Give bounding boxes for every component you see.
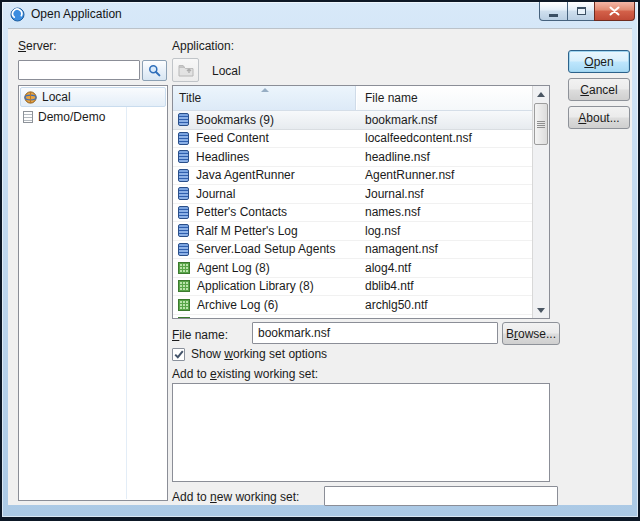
window-controls: [539, 2, 635, 21]
server-label: Server:: [18, 39, 57, 53]
folder-up-button[interactable]: [172, 58, 199, 82]
table-row[interactable]: Petter's Contacts names.nsf: [173, 204, 533, 223]
file-name-input[interactable]: [252, 322, 498, 344]
scroll-up-icon: [537, 92, 545, 97]
server-item-demo[interactable]: Demo/Demo: [20, 107, 166, 127]
server-item-local[interactable]: Local: [20, 87, 166, 107]
database-icon: [178, 224, 189, 237]
table-row[interactable]: Autosave autosave.ntf: [173, 315, 533, 319]
window-title: Open Application: [31, 7, 122, 21]
table-row[interactable]: Headlines headline.nsf: [173, 148, 533, 167]
close-icon: [609, 6, 620, 16]
close-button[interactable]: [594, 2, 635, 21]
minimize-icon: [549, 14, 558, 17]
database-icon: [178, 113, 189, 126]
server-doc-icon: [23, 111, 33, 123]
window: Open Application Server:: [0, 0, 640, 521]
dialog-client-area: Server: Local Demo/Demo: [8, 28, 632, 505]
table-row[interactable]: Server.Load Setup Agents namagent.nsf: [173, 241, 533, 260]
database-icon: [178, 150, 189, 163]
database-icon: [178, 206, 189, 219]
notes-app-icon: [10, 7, 25, 22]
scrollbar-thumb[interactable]: [534, 103, 548, 145]
application-location: Local: [212, 64, 241, 78]
minimize-button[interactable]: [539, 2, 568, 21]
existing-working-set-label: Add to existing working set:: [172, 367, 318, 381]
database-icon: [178, 169, 189, 182]
template-icon: [178, 317, 190, 318]
table-body: Bookmarks (9) bookmark.nsf Feed Content …: [173, 111, 533, 318]
sort-ascending-icon: [261, 88, 269, 92]
database-icon: [178, 132, 189, 145]
server-list[interactable]: Local Demo/Demo: [18, 85, 168, 501]
table-scrollbar[interactable]: [532, 86, 549, 318]
table-row[interactable]: Agent Log (8) alog4.ntf: [173, 259, 533, 278]
browse-button[interactable]: Browse...: [502, 322, 560, 345]
maximize-button[interactable]: [567, 2, 595, 21]
show-working-set-checkbox[interactable]: [172, 348, 185, 361]
application-table[interactable]: Title File name Bookmarks (9) bookmark.n…: [172, 85, 550, 319]
existing-working-set-list[interactable]: [172, 383, 550, 482]
new-working-set-label: Add to new working set:: [172, 490, 299, 504]
table-row[interactable]: Application Library (8) dblib4.ntf: [173, 278, 533, 297]
column-header-title[interactable]: Title: [173, 86, 356, 110]
show-working-set-label: Show working set options: [191, 347, 327, 361]
template-icon: [178, 262, 190, 274]
scroll-up-button[interactable]: [533, 86, 549, 102]
template-icon: [178, 280, 190, 292]
maximize-icon: [577, 7, 586, 15]
open-button[interactable]: Open: [568, 50, 630, 73]
server-item-label: Demo/Demo: [38, 110, 105, 124]
table-row[interactable]: Java AgentRunner AgentRunner.nsf: [173, 167, 533, 186]
table-row[interactable]: Feed Content localfeedcontent.nsf: [173, 130, 533, 149]
globe-icon: [24, 91, 37, 104]
database-icon: [178, 243, 189, 256]
file-name-label: File name:: [172, 328, 228, 342]
column-header-filename[interactable]: File name: [357, 86, 533, 110]
folder-up-icon: [178, 64, 194, 77]
server-search-button[interactable]: [142, 60, 167, 81]
scroll-down-icon: [537, 308, 545, 313]
table-header: Title File name: [173, 86, 533, 111]
table-row[interactable]: Ralf M Petter's Log log.nsf: [173, 222, 533, 241]
about-button[interactable]: About...: [568, 106, 630, 129]
database-icon: [178, 187, 189, 200]
table-row[interactable]: Journal Journal.nsf: [173, 185, 533, 204]
check-icon: [174, 350, 184, 359]
template-icon: [178, 299, 190, 311]
search-icon: [148, 64, 161, 77]
application-label: Application:: [172, 39, 234, 53]
titlebar[interactable]: Open Application: [0, 0, 640, 28]
server-search-input[interactable]: [18, 60, 140, 80]
server-list-divider: [126, 87, 127, 499]
server-item-label: Local: [42, 90, 71, 104]
table-row[interactable]: Archive Log (6) archlg50.ntf: [173, 296, 533, 315]
table-row[interactable]: Bookmarks (9) bookmark.nsf: [173, 111, 533, 130]
scroll-down-button[interactable]: [533, 302, 549, 318]
new-working-set-input[interactable]: [324, 486, 558, 506]
cancel-button[interactable]: Cancel: [568, 78, 630, 101]
